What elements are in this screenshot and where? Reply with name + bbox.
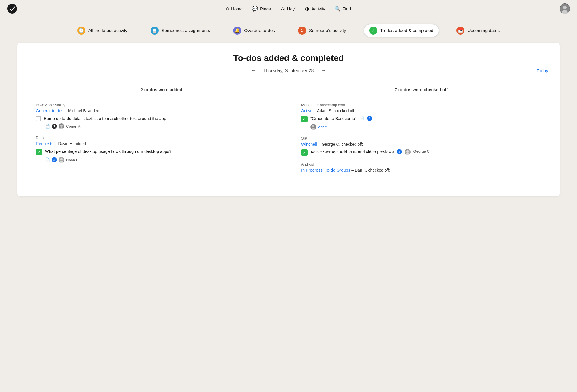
filter-overdue[interactable]: 🔔 Overdue to-dos: [227, 24, 281, 37]
checked-assignee-1: Adam S.: [318, 125, 332, 129]
todo-checkbox-1: [36, 116, 41, 121]
find-icon: 🔍: [334, 6, 340, 12]
main-content-card: To-dos added & completed ← Thursday, Sep…: [17, 43, 560, 196]
someones-activity-icon: 🗂: [298, 27, 306, 35]
nav-home[interactable]: ⌂ Home: [226, 6, 243, 12]
checked-project-label-1: Marketing: basecamp.com: [301, 103, 541, 107]
project-label-2: Data: [36, 136, 287, 140]
todo-item-row-1: Bump up to-do details text size to match…: [36, 116, 287, 122]
svg-point-8: [60, 158, 63, 160]
checked-entry-1: Marketing: basecamp.com Active – Adam S.…: [301, 103, 541, 130]
todos-added-icon: ✓: [369, 27, 377, 35]
checked-by-1: Adam S. checked off:: [317, 108, 355, 113]
todo-meta-2: 📄 3 Noah L.: [45, 157, 287, 163]
current-date: Thursday, September 28: [263, 68, 314, 73]
comment-count-1: 1: [52, 124, 57, 129]
latest-icon: 🕐: [77, 27, 85, 35]
checked-text-2: Active Storage: Add PDF and video previe…: [310, 149, 394, 155]
assignee-avatar-2: [59, 157, 64, 163]
checked-entry-2: SIP Winchell – George C. checked off: ✓ …: [301, 136, 541, 156]
doc-icon-1: 📄: [45, 124, 50, 129]
hey-icon: 🗂: [280, 6, 285, 12]
nav-find[interactable]: 🔍 Find: [334, 6, 351, 12]
checked-list-link-2[interactable]: Winchell: [301, 142, 317, 147]
filter-assignments[interactable]: 📋 Someone's assignments: [145, 24, 216, 37]
checked-project-label-2: SIP: [301, 136, 541, 140]
svg-point-5: [60, 125, 63, 127]
checked-assignee-2: George C.: [413, 149, 431, 153]
checked-meta-1: Adam S.: [310, 124, 541, 130]
assignee-name-1: Conor M.: [66, 124, 81, 129]
doc-icon-2: 📄: [45, 157, 50, 162]
added-todos-column: BC3: Accessibility General to-dos – Mich…: [29, 97, 294, 185]
checked-entry-3: Android In Progress: To-do Groups – Dan …: [301, 162, 541, 173]
comment-count-2: 3: [52, 157, 57, 162]
filter-someones-activity[interactable]: 🗂 Someone's activity: [292, 24, 352, 37]
filter-upcoming-label: Upcoming dates: [467, 28, 500, 33]
checked-list-link-1[interactable]: Active: [301, 108, 313, 113]
svg-point-0: [7, 4, 17, 14]
user-avatar[interactable]: [560, 3, 570, 14]
filter-assignments-label: Someone's assignments: [162, 28, 210, 33]
date-navigation: ← Thursday, September 28 → Today: [29, 67, 548, 74]
todo-checkbox-2: ✓: [36, 149, 42, 155]
nav-pings-label: Pings: [260, 6, 271, 11]
checked-checkbox-2: ✓: [301, 149, 308, 156]
todo-entry-1: BC3: Accessibility General to-dos – Mich…: [36, 103, 287, 129]
nav-activity[interactable]: ◑ Activity: [305, 6, 325, 12]
checked-text-1: "Graduate to Basecamp": [310, 116, 356, 122]
svg-point-14: [406, 150, 409, 153]
filter-upcoming[interactable]: 📅 Upcoming dates: [451, 24, 505, 37]
added-by-name-1: Michael B. added:: [68, 108, 100, 113]
nav-activity-label: Activity: [311, 6, 325, 11]
checked-avatar-2: [405, 149, 411, 155]
project-label-1: BC3: Accessibility: [36, 103, 287, 107]
checked-column-header: 7 to-dos were checked off: [294, 82, 548, 97]
added-column-header: 2 to-dos were added: [29, 82, 294, 97]
prev-date-arrow[interactable]: ←: [250, 67, 258, 74]
todo-text-2: What percentage of desktop usage flows t…: [45, 149, 172, 155]
checked-todos-column: Marketing: basecamp.com Active – Adam S.…: [294, 97, 548, 185]
filter-latest[interactable]: 🕐 All the latest activity: [72, 24, 133, 37]
svg-point-2: [563, 6, 567, 9]
checked-comment-count-2: 1: [397, 149, 402, 154]
todo-text-1: Bump up to-do details text size to match…: [44, 116, 166, 122]
checked-item-row-1: ✓ "Graduate to Basecamp" 📄 1: [301, 116, 541, 122]
added-by-1: –: [65, 108, 68, 113]
next-date-arrow[interactable]: →: [319, 67, 327, 74]
filter-todos-added[interactable]: ✓ To-dos added & completed: [364, 24, 439, 37]
page-title: To-dos added & completed: [29, 53, 548, 63]
assignments-icon: 📋: [151, 27, 159, 35]
assignee-name-2: Noah L.: [66, 158, 79, 162]
checked-avatar-1: [310, 124, 316, 130]
checked-by-2: George C. checked off:: [322, 142, 363, 147]
checked-by-3: Dan K. checked off:: [355, 168, 390, 172]
checked-project-label-3: Android: [301, 162, 541, 166]
filter-latest-label: All the latest activity: [88, 28, 128, 33]
top-navigation: ⌂ Home 💬 Pings 🗂 Hey! ◑ Activity 🔍 Find: [0, 0, 577, 17]
svg-point-11: [312, 125, 314, 127]
upcoming-icon: 📅: [456, 27, 464, 35]
todo-meta-1: 📄 1 Conor M.: [45, 123, 287, 129]
activity-filters: 🕐 All the latest activity 📋 Someone's as…: [0, 17, 577, 43]
todo-list-link-1[interactable]: General to-dos: [36, 108, 63, 113]
nav-hey[interactable]: 🗂 Hey!: [280, 6, 296, 12]
filter-todos-added-label: To-dos added & completed: [380, 28, 433, 33]
filter-overdue-label: Overdue to-dos: [244, 28, 275, 33]
home-icon: ⌂: [226, 6, 229, 12]
assignee-avatar-1: [59, 123, 64, 129]
nav-hey-label: Hey!: [287, 6, 296, 11]
checked-item-row-2: ✓ Active Storage: Add PDF and video prev…: [301, 149, 541, 156]
checked-list-link-3[interactable]: In Progress: To-do Groups: [301, 168, 350, 172]
todo-item-row-2: ✓ What percentage of desktop usage flows…: [36, 149, 287, 155]
today-link[interactable]: Today: [537, 68, 548, 73]
todo-table: 2 to-dos were added 7 to-dos were checke…: [29, 82, 548, 185]
nav-find-label: Find: [342, 6, 351, 11]
activity-icon: ◑: [305, 6, 309, 12]
checked-checkbox-1: ✓: [301, 116, 308, 122]
filter-someones-activity-label: Someone's activity: [309, 28, 346, 33]
nav-pings[interactable]: 💬 Pings: [252, 6, 271, 12]
todo-list-link-2[interactable]: Requests: [36, 141, 53, 146]
pings-icon: 💬: [252, 6, 258, 12]
app-logo[interactable]: [7, 3, 17, 14]
